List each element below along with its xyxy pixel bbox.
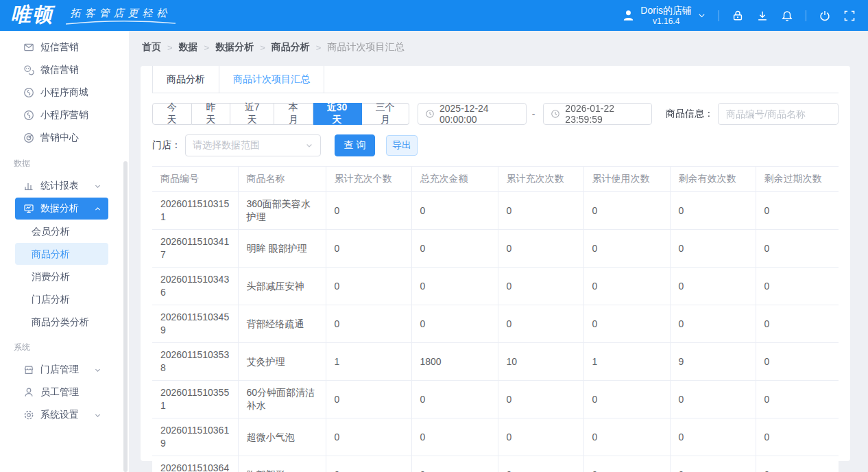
sidebar-item-wechat-marketing[interactable]: 微信营销: [15, 59, 108, 81]
content-card: 商品分析 商品计次项目汇总 今天 昨天 近7天 本月 近30天 三个月 2025…: [141, 66, 850, 461]
user-icon: [622, 9, 635, 22]
table-row: 20260115103417 明眸 眼部护理 0 0 0 0 0 0: [152, 230, 839, 268]
sidebar-subitem-product-category-analysis[interactable]: 商品分类分析: [15, 311, 108, 333]
clock-icon: [551, 109, 560, 119]
cell-product-name: 明眸 眼部护理: [238, 230, 326, 268]
sidebar-item-label: 系统设置: [40, 409, 79, 421]
cell-product-code: 20260115103538: [152, 343, 238, 381]
sidebar-item-data-analysis[interactable]: 数据分析: [15, 198, 108, 220]
brand-logo: 唯顿: [11, 5, 53, 26]
range-last7days-button[interactable]: 近7天: [230, 103, 274, 125]
sidebar-subitem-member-analysis[interactable]: 会员分析: [15, 220, 108, 242]
search-button[interactable]: 查 询: [335, 134, 375, 156]
product-info-label: 商品信息：: [666, 108, 714, 120]
store-select[interactable]: 请选择数据范围: [185, 134, 321, 156]
breadcrumb-separator: >: [167, 43, 173, 53]
sidebar-item-marketing-center[interactable]: 营销中心: [15, 127, 108, 149]
end-date-picker[interactable]: 2026-01-22 23:59:59: [543, 103, 652, 125]
cell-recharge-count: 0: [326, 456, 411, 472]
lock-icon[interactable]: [732, 10, 744, 22]
col-recharge-amount: 总充次金额: [411, 167, 498, 192]
sidebar-subitem-consumption-analysis[interactable]: 消费分析: [15, 266, 108, 287]
cell-recharge-count: 0: [326, 230, 411, 268]
breadcrumb-item-current: 商品计次项目汇总: [327, 41, 404, 54]
sidebar-scrollbar[interactable]: [123, 161, 128, 472]
sidebar-item-label: 短信营销: [40, 41, 79, 54]
table-row: 20260115103436 头部减压安神 0 0 0 0 0 0: [152, 268, 839, 305]
breadcrumb-item-data[interactable]: 数据: [179, 41, 198, 54]
wechat-icon: [23, 64, 34, 75]
sidebar-item-system-settings[interactable]: 系统设置: [15, 404, 108, 426]
cell-product-code: 20260115103436: [152, 268, 238, 305]
cell-product-name: 头部减压安神: [238, 268, 326, 305]
sidebar-subitem-store-analysis[interactable]: 门店分析: [15, 288, 108, 310]
cell-product-code: 20260115103640: [152, 456, 238, 472]
cell-recharge-amount: 0: [411, 381, 498, 418]
sidebar-item-sms-marketing[interactable]: 短信营销: [15, 36, 108, 58]
table-row: 20260115103640 胸部塑形 0 0 0 0 0 0: [152, 456, 839, 472]
gear-icon: [23, 410, 34, 421]
cell-recharge-amount: 0: [411, 192, 498, 230]
tab-product-times-summary[interactable]: 商品计次项目汇总: [219, 66, 324, 93]
range-this-month-button[interactable]: 本月: [274, 103, 313, 125]
chevron-down-icon: [94, 366, 101, 374]
table-row: 20260115103459 背部经络疏通 0 0 0 0 0 0: [152, 305, 839, 343]
sidebar-item-store-management[interactable]: 门店管理: [15, 359, 108, 381]
target-icon: [23, 132, 34, 143]
col-remaining-valid-times: 剩余有效次数: [670, 167, 756, 192]
sidebar-subitem-product-analysis[interactable]: 商品分析: [15, 243, 108, 265]
product-info-input[interactable]: [718, 103, 839, 125]
sidebar-item-label: 营销中心: [40, 132, 79, 144]
start-date-picker[interactable]: 2025-12-24 00:00:00: [418, 103, 527, 125]
cell-remaining-valid-times: 9: [670, 343, 756, 381]
summary-table: 商品编号 商品名称 累计充次个数 总充次金额 累计充次次数 累计使用次数 剩余有…: [152, 166, 839, 472]
brand-tagline: 拓客管店更轻松: [63, 7, 178, 26]
breadcrumb-item-product-analysis[interactable]: 商品分析: [272, 41, 310, 54]
cell-product-name: 超微小气泡: [238, 418, 326, 456]
export-button[interactable]: 导出: [386, 135, 418, 156]
cell-product-name: 背部经络疏通: [238, 305, 326, 343]
store-select-placeholder: 请选择数据范围: [193, 139, 260, 152]
col-used-times: 累计使用次数: [583, 167, 670, 192]
cell-recharge-amount: 0: [411, 230, 498, 268]
sidebar-item-label: 数据分析: [40, 202, 79, 215]
sidebar-item-miniprogram-mall[interactable]: 小程序商城: [15, 82, 108, 104]
range-last30days-button[interactable]: 近30天: [313, 103, 362, 125]
sidebar-item-stats-report[interactable]: 统计报表: [15, 175, 108, 197]
sidebar-item-staff-management[interactable]: 员工管理: [15, 381, 108, 403]
range-3months-button[interactable]: 三个月: [362, 103, 409, 125]
sidebar-item-miniprogram-marketing[interactable]: 小程序营销: [15, 104, 108, 126]
table-row: 20260115103619 超微小气泡 0 0 0 0 0 0: [152, 418, 839, 456]
shop-icon: [23, 364, 34, 375]
download-icon[interactable]: [756, 10, 769, 22]
cell-product-code: 20260115103459: [152, 305, 238, 343]
bell-icon[interactable]: [781, 10, 793, 22]
brand: 唯顿 拓客管店更轻松: [11, 5, 178, 26]
envelope-icon: [23, 42, 34, 53]
chevron-up-icon: [94, 205, 101, 213]
tabs: 商品分析 商品计次项目汇总: [152, 66, 839, 93]
cell-remaining-expired-times: 0: [756, 192, 839, 230]
cell-recharge-count: 1: [326, 343, 411, 381]
tagline-underline: [63, 20, 178, 25]
sidebar-item-label: 微信营销: [40, 64, 79, 76]
cell-product-code: 20260115103151: [152, 192, 238, 230]
range-yesterday-button[interactable]: 昨天: [192, 103, 231, 125]
cell-recharge-amount: 0: [411, 456, 498, 472]
breadcrumb-item-home[interactable]: 首页: [142, 41, 161, 54]
cell-product-code: 20260115103551: [152, 381, 238, 418]
chevron-down-icon: [94, 182, 101, 190]
table-body: 20260115103151 360面部美容水护理 0 0 0 0 0 0 20…: [152, 192, 839, 472]
cell-remaining-valid-times: 0: [670, 268, 756, 305]
breadcrumb-item-data-analysis[interactable]: 数据分析: [215, 41, 254, 54]
table-row: 20260115103538 艾灸护理 1 1800 10 1 9 0: [152, 343, 839, 381]
tab-product-analysis[interactable]: 商品分析: [152, 66, 219, 93]
col-recharge-count: 累计充次个数: [326, 167, 411, 192]
date-range-separator: -: [532, 108, 535, 119]
power-icon[interactable]: [819, 10, 831, 22]
cell-remaining-valid-times: 0: [670, 192, 756, 230]
user-menu[interactable]: Doris的店铺 v1.16.4: [622, 5, 706, 26]
fullscreen-icon[interactable]: [843, 10, 856, 22]
cell-recharge-amount: 0: [411, 305, 498, 343]
range-today-button[interactable]: 今天: [152, 103, 192, 125]
